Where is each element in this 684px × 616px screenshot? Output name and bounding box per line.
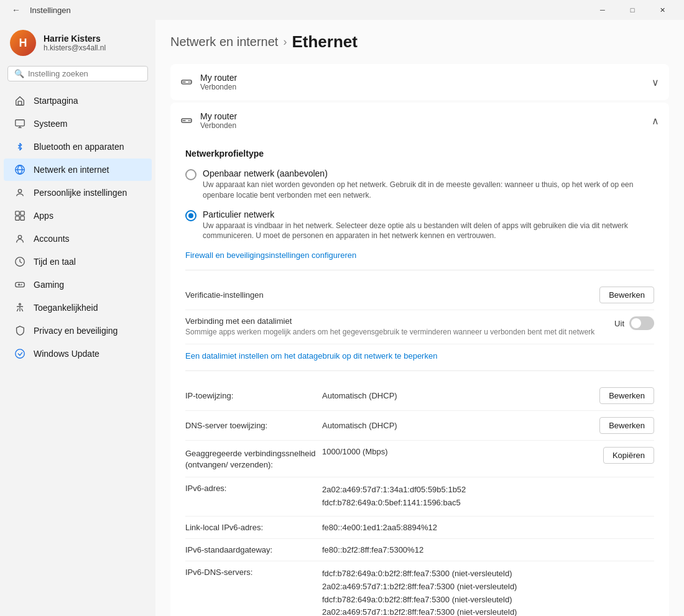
- svg-rect-0: [18, 101, 21, 105]
- sidebar-label-accounts: Accounts: [34, 234, 70, 244]
- ip-toewijzing-label: IP-toewijzing:: [185, 391, 322, 400]
- sidebar-item-accounts[interactable]: Accounts: [4, 228, 152, 250]
- firewall-link[interactable]: Firewall en beveiligingsinstellingen con…: [185, 251, 356, 260]
- sidebar-item-gaming[interactable]: Gaming: [4, 274, 152, 296]
- svg-point-16: [188, 81, 190, 83]
- search-icon: 🔍: [14, 69, 24, 78]
- svg-point-20: [190, 120, 192, 121]
- systeem-icon: [14, 117, 26, 130]
- dns-label: DNS-server toewijzing:: [185, 421, 322, 430]
- snelheid-kopieer-button[interactable]: Kopiëren: [603, 447, 654, 464]
- router-collapsed-header[interactable]: My router Verbonden ∨: [170, 64, 669, 100]
- breadcrumb-parent[interactable]: Netwerk en internet: [170, 35, 278, 49]
- sidebar-item-systeem[interactable]: Systeem: [4, 113, 152, 135]
- sidebar-label-windows-update: Windows Update: [34, 349, 99, 359]
- link-local-label: Link-local IPv6-adres:: [185, 523, 322, 532]
- radio-private[interactable]: Particulier netwerk Uw apparaat is vindb…: [185, 209, 654, 242]
- sidebar-item-tijd[interactable]: Tijd en taal: [4, 251, 152, 273]
- search-input[interactable]: [28, 69, 141, 78]
- router-expanded-title: My router: [200, 111, 237, 121]
- sidebar-label-tijd: Tijd en taal: [34, 257, 76, 267]
- network-profile-title: Netwerkprofieltype: [185, 149, 654, 159]
- radio-private-btn[interactable]: [185, 210, 196, 221]
- verificatie-row: Verificatie-instellingen Bewerken: [185, 280, 654, 310]
- verbinding-title: Verbinding met een datalimiet: [185, 316, 604, 326]
- back-button[interactable]: ←: [7, 1, 25, 19]
- sidebar-label-apps: Apps: [34, 211, 53, 221]
- sidebar-item-apps[interactable]: Apps: [4, 205, 152, 227]
- ip-toewijzing-row: IP-toewijzing: Automatisch (DHCP) Bewerk…: [185, 381, 654, 411]
- snelheid-label: Geaggregeerde verbindingssnelheid (ontva…: [185, 447, 322, 471]
- svg-rect-7: [21, 216, 24, 220]
- sidebar-item-bluetooth[interactable]: Bluetooth en apparaten: [4, 136, 152, 158]
- search-box[interactable]: 🔍: [7, 66, 148, 81]
- router-expanded-subtitle: Verbonden: [200, 121, 237, 130]
- router-collapsed-subtitle: Verbonden: [200, 83, 237, 91]
- maximize-button[interactable]: □: [618, 0, 647, 20]
- sidebar-item-privacy[interactable]: Privacy en beveiliging: [4, 319, 152, 342]
- sidebar-item-toegankelijkheid[interactable]: Toegankelijkheid: [4, 297, 152, 319]
- sidebar-item-persoonlijk[interactable]: Persoonlijke instellingen: [4, 182, 152, 204]
- gaming-icon: [14, 278, 26, 291]
- accounts-icon: [14, 232, 26, 245]
- svg-point-14: [16, 349, 24, 358]
- chevron-up-icon: ∧: [652, 115, 659, 127]
- router-expanded-body: Netwerkprofieltype Openbaar netwerk (aan…: [170, 139, 669, 616]
- minimize-button[interactable]: ─: [588, 0, 617, 20]
- svg-point-3: [18, 190, 21, 193]
- ipv6-gateway-label: IPv6-standaardgateway:: [185, 545, 322, 554]
- verbinding-toggle-label: Uit: [614, 319, 624, 328]
- verbinding-toggle[interactable]: [629, 316, 654, 330]
- router-expanded-header[interactable]: My router Verbonden ∧: [170, 103, 669, 139]
- ip-toewijzing-value: Automatisch (DHCP): [322, 391, 599, 400]
- svg-point-12: [21, 285, 21, 285]
- breadcrumb-current: Ethernet: [292, 32, 357, 52]
- svg-rect-6: [16, 216, 19, 220]
- sidebar-item-startpagina[interactable]: Startpagina: [4, 90, 152, 112]
- link-local-value: fe80::4e00:1ed1:2aa5:8894%12: [322, 523, 654, 532]
- tijd-icon: [14, 255, 26, 268]
- sidebar-label-startpagina: Startpagina: [34, 96, 78, 106]
- radio-public-label: Openbaar netwerk (aanbevolen): [203, 168, 654, 178]
- sidebar-label-systeem: Systeem: [34, 119, 67, 129]
- avatar: H: [10, 30, 36, 56]
- bluetooth-icon: [14, 140, 26, 153]
- chevron-down-icon: ∨: [652, 76, 659, 88]
- sidebar: H Harrie Kisters h.kisters@xs4all.nl 🔍 S…: [0, 20, 155, 616]
- verificatie-label: Verificatie-instellingen: [185, 290, 322, 300]
- snelheid-value: 1000/1000 (Mbps): [322, 447, 603, 456]
- sidebar-label-persoonlijk: Persoonlijke instellingen: [34, 188, 127, 198]
- snelheid-row: Geaggregeerde verbindingssnelheid (ontva…: [185, 441, 654, 477]
- ipv6-gateway-row: IPv6-standaardgateway: fe80::b2f2:8ff:fe…: [185, 539, 654, 561]
- home-icon: [14, 94, 26, 107]
- apps-icon: [14, 209, 26, 222]
- ipv6-gateway-value: fe80::b2f2:8ff:fea7:5300%12: [322, 545, 654, 554]
- svg-point-8: [18, 236, 21, 239]
- verbinding-row: Verbinding met een datalimiet Sommige ap…: [185, 310, 654, 344]
- svg-point-11: [21, 284, 22, 285]
- breadcrumb: Netwerk en internet › Ethernet: [170, 32, 669, 52]
- sidebar-label-gaming: Gaming: [34, 280, 64, 290]
- sidebar-item-netwerk[interactable]: Netwerk en internet: [4, 159, 152, 181]
- svg-rect-4: [16, 211, 19, 215]
- datalimiet-link[interactable]: Een datalimiet instellen om het datagebr…: [185, 351, 437, 361]
- dns-row: DNS-server toewijzing: Automatisch (DHCP…: [185, 411, 654, 441]
- verificatie-bewerken-button[interactable]: Bewerken: [599, 287, 654, 303]
- toegankelijkheid-icon: [14, 301, 26, 314]
- privacy-icon: [14, 324, 26, 337]
- radio-public-btn[interactable]: [185, 169, 196, 180]
- radio-public[interactable]: Openbaar netwerk (aanbevolen) Uw apparaa…: [185, 168, 654, 201]
- user-profile: H Harrie Kisters h.kisters@xs4all.nl: [0, 20, 155, 63]
- breadcrumb-separator: ›: [283, 35, 287, 48]
- close-button[interactable]: ✕: [648, 0, 677, 20]
- svg-point-13: [19, 303, 21, 305]
- svg-rect-5: [21, 211, 24, 215]
- router-icon-collapsed: [180, 76, 193, 88]
- windows-update-icon: [14, 347, 26, 360]
- sidebar-item-windows-update[interactable]: Windows Update: [4, 342, 152, 365]
- ip-bewerken-button[interactable]: Bewerken: [599, 387, 654, 404]
- ipv6-dns-row: IPv6-DNS-servers: fdcf:b782:649a:0:b2f2:…: [185, 561, 654, 616]
- dns-value: Automatisch (DHCP): [322, 421, 599, 430]
- radio-private-label: Particulier netwerk: [203, 209, 654, 219]
- dns-bewerken-button[interactable]: Bewerken: [599, 417, 654, 434]
